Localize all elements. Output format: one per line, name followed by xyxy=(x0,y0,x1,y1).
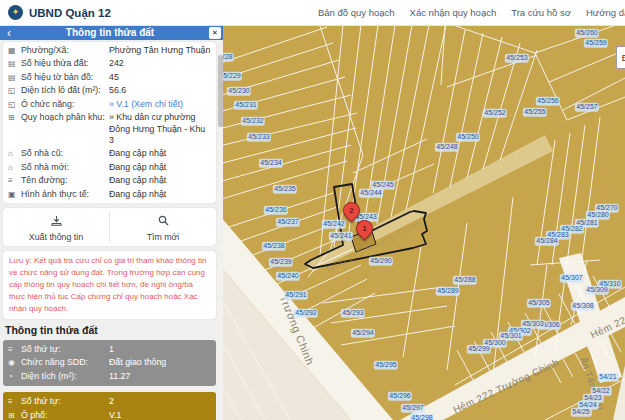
panel-scrollbar[interactable] xyxy=(218,55,223,420)
parcel-label[interactable]: 45/292 xyxy=(294,309,318,318)
info-panel: ‹ Thông tin thửa đất ✕ ▦Phường/Xã:Phường… xyxy=(0,25,223,420)
parcel-label[interactable]: 54/25 xyxy=(571,408,592,417)
row-value: Đất giao thông xyxy=(109,357,211,368)
parcel-label[interactable]: 45/253 xyxy=(505,54,529,63)
parcel-label[interactable]: 45/231 xyxy=(234,101,258,110)
parcel-label[interactable]: 45/290 xyxy=(369,257,393,266)
parcel-detail-card-2: ≡Số thứ tự:2⊞Ô phố:V.1◉Chức năng SDĐ:Dân… xyxy=(3,392,216,420)
road-icon: ≡ xyxy=(8,175,21,186)
action-label: Xuất thông tin xyxy=(29,232,83,242)
row-label: Tên đường: xyxy=(21,175,109,186)
marker-number: 2 xyxy=(344,203,359,218)
parcel-label[interactable]: 45/294 xyxy=(351,329,375,338)
parcel-label[interactable]: 45/295 xyxy=(374,361,398,370)
parcel-label[interactable]: 45/299 xyxy=(467,345,491,354)
row-value: Đang cập nhật xyxy=(109,189,211,200)
row-value: 242 xyxy=(109,58,211,69)
parcel-label[interactable]: 45/241 xyxy=(329,232,353,241)
close-icon[interactable]: ✕ xyxy=(209,27,221,39)
map-canvas[interactable]: Trường ChinhHẻm 222 Trường ChinhHẻm 222Â… xyxy=(215,25,625,420)
row-value: Đang cập nhật xyxy=(109,148,211,159)
info-row: ≡Số thứ tự:2 xyxy=(8,395,211,408)
parcel-label[interactable]: 45/259 xyxy=(584,39,608,48)
parcel-label[interactable]: 45/250 xyxy=(456,133,480,142)
parcel-label[interactable]: 45/244 xyxy=(359,189,383,198)
parcel-label[interactable]: 54/21 xyxy=(598,373,619,382)
row-label: Ô phố: xyxy=(21,410,109,420)
action-label: Tìm mới xyxy=(147,232,180,242)
edge-map-label: Đ xyxy=(616,46,625,69)
parcel-label[interactable]: 45/298 xyxy=(410,414,434,420)
row-value: 11.27 xyxy=(109,371,211,382)
app-header: ✦ UBND Quận 12 Bản đồ quy hoạchXác nhận … xyxy=(0,0,625,26)
row-label: Số hiệu tờ bản đồ: xyxy=(21,72,109,83)
parcel-label[interactable]: 45/289 xyxy=(436,287,460,296)
menu-item-1[interactable]: Xác nhận quy hoạch xyxy=(410,7,497,18)
parcel-label[interactable]: 45/257 xyxy=(575,103,599,112)
row-value: 56.6 xyxy=(109,85,211,96)
parcel-label[interactable]: 45/236 xyxy=(264,206,288,215)
parcel-label[interactable]: 45/288 xyxy=(453,276,477,285)
parcel-label[interactable]: 45/234 xyxy=(259,159,283,168)
info-row: ⊞Ô phố:V.1 xyxy=(8,409,211,420)
area-icon: ◱ xyxy=(8,85,21,96)
info-row: ▣Hình ảnh thực tế:Đang cập nhật xyxy=(8,188,211,201)
parcel-label[interactable]: 45/293 xyxy=(341,309,365,318)
export-info-button[interactable]: Xuất thông tin xyxy=(3,212,109,242)
menu-item-0[interactable]: Bản đồ quy hoạch xyxy=(318,7,395,18)
search-icon xyxy=(158,212,169,230)
parcel-label[interactable]: 45/242 xyxy=(322,220,346,229)
parcel-label[interactable]: 45/239 xyxy=(269,258,293,267)
detail-link[interactable]: » V.1 (Xem chi tiết) xyxy=(109,99,211,110)
parcel-label[interactable]: 45/291 xyxy=(284,291,308,300)
parcel-label[interactable]: 45/238 xyxy=(262,242,286,251)
row-value: » Khu dân cư phường Đông Hưng Thuận - Kh… xyxy=(109,112,211,146)
parcel-label[interactable]: 45/284 xyxy=(535,237,559,246)
new-search-button[interactable]: Tìm mới xyxy=(109,212,216,242)
parcel-label[interactable]: 45/230 xyxy=(227,87,251,96)
info-row: ◉Chức năng SDĐ:Đất giao thông xyxy=(8,356,211,369)
building-icon: ▦ xyxy=(8,45,21,56)
parcel-label[interactable]: 45/308 xyxy=(571,302,595,311)
top-nav: Bản đồ quy hoạchXác nhận quy hoạchTra cứ… xyxy=(318,0,625,25)
parcel-label[interactable]: 45/255 xyxy=(523,108,547,117)
section-title-parcel: Thông tin thửa đất xyxy=(5,324,223,336)
info-row: ≡Tên đường:Đang cập nhật xyxy=(8,174,211,187)
parcel-label[interactable]: 45/237 xyxy=(276,218,300,227)
app-title: UBND Quận 12 xyxy=(29,7,111,19)
info-row: ⊞Quy hoạch phân khu:» Khu dân cư phường … xyxy=(8,111,211,147)
menu-item-2[interactable]: Tra cứu hồ sơ xyxy=(511,7,571,18)
parcel-label[interactable]: 45/260 xyxy=(575,29,599,38)
menu-item-3[interactable]: Hướng dẫn xyxy=(586,7,625,18)
row-label: Hình ảnh thực tế: xyxy=(21,189,109,200)
parcel-label[interactable]: 45/235 xyxy=(273,185,297,194)
app-root: { "header": { "title": "UBND Quận 12", "… xyxy=(0,0,625,420)
home-icon: ⌂ xyxy=(8,148,21,159)
parcel-label[interactable]: 45/309 xyxy=(585,286,609,295)
info-row: ▤Số hiệu tờ bản đồ:45 xyxy=(8,71,211,84)
parcel-label[interactable]: 45/240 xyxy=(276,272,300,281)
row-label: Ô chức năng: xyxy=(21,99,109,110)
pie-icon: ◔ xyxy=(8,371,21,382)
parcel-label[interactable]: 45/307 xyxy=(560,274,584,283)
info-row: ≡Số thứ tự:1 xyxy=(8,343,211,356)
parcel-label[interactable]: 45/233 xyxy=(247,133,271,142)
grid-icon: ⊞ xyxy=(8,410,21,420)
scrollbar-thumb[interactable] xyxy=(218,55,223,127)
parcel-label[interactable]: 45/256 xyxy=(536,97,560,106)
parcel-label[interactable]: 45/245 xyxy=(371,181,395,190)
area-icon: ◱ xyxy=(8,99,21,110)
row-label: Số thứ tự: xyxy=(21,396,109,407)
parcel-label[interactable]: 45/305 xyxy=(527,299,551,308)
panel-title-bar: ‹ Thông tin thửa đất ✕ xyxy=(0,25,223,40)
row-value: Đang cập nhật xyxy=(109,162,211,173)
parcel-label[interactable]: 45/252 xyxy=(483,109,507,118)
row-label: Quy hoạch phân khu: xyxy=(21,112,109,123)
parcel-label[interactable]: 45/248 xyxy=(435,143,459,152)
marker-number: 1 xyxy=(357,221,372,236)
parcel-label[interactable]: 45/296 xyxy=(388,392,412,401)
row-value: V.1 xyxy=(109,410,211,420)
row-label: Phường/Xã: xyxy=(21,45,109,56)
parcel-label[interactable]: 45/232 xyxy=(241,117,265,126)
parcel-label[interactable]: 45/297 xyxy=(401,404,425,413)
